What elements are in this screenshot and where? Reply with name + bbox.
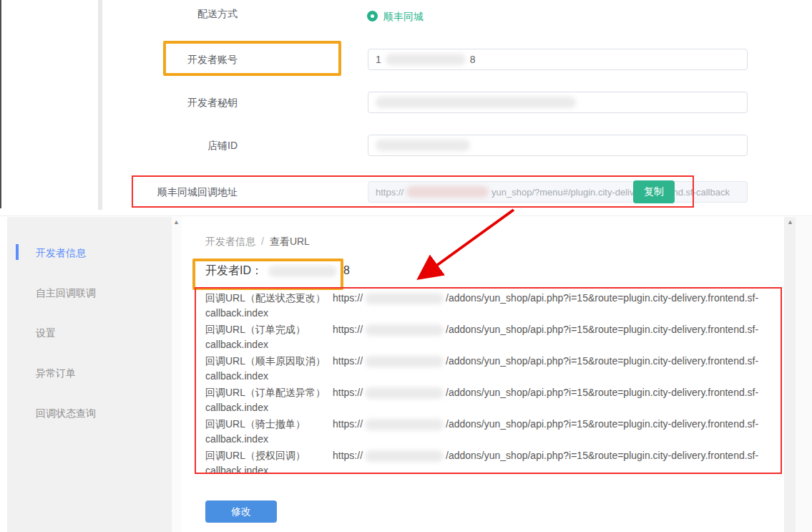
- breadcrumb-parent[interactable]: 开发者信息: [205, 236, 255, 247]
- sidebar-item-developer-info[interactable]: 开发者信息: [36, 246, 96, 260]
- breadcrumb-current: 查看URL: [270, 236, 310, 247]
- url-prefix: https://: [333, 324, 363, 335]
- callback-url-label: 回调URL（骑士撤单）: [205, 417, 333, 432]
- account-value-prefix: 1: [376, 54, 381, 65]
- delivery-method-row: 配送方式 顺丰同城: [119, 6, 663, 27]
- redacted-account-value: [386, 54, 466, 65]
- callback-address-input[interactable]: https:// yun_shop/?menu#/plugin.city-del…: [368, 181, 748, 203]
- sidebar-menu: 开发者信息 自主回调联调 设置 异常订单 回调状态查询: [36, 246, 96, 420]
- url-prefix: https://: [333, 387, 363, 398]
- vertical-divider: [98, 0, 102, 210]
- url-wrap: callback.index: [205, 432, 778, 447]
- sidebar-item-callback-status-query[interactable]: 回调状态查询: [36, 406, 96, 420]
- callback-url-label: 回调URL（订单配送异常）: [205, 385, 333, 400]
- url-wrap: callback.index: [205, 463, 778, 478]
- url-prefix: https://: [333, 355, 363, 367]
- url-middle: /addons/yun_shop/api.php?i=15&route=plug…: [446, 450, 758, 461]
- callback-url-row: 回调URL（订单完成）https:///addons/yun_shop/api.…: [205, 322, 778, 352]
- screenshot-seam: [0, 216, 812, 216]
- redacted-domain: [365, 450, 444, 462]
- shop-id-input[interactable]: [368, 135, 748, 156]
- url-wrap: callback.index: [205, 306, 778, 321]
- callback-url-row: 回调URL（骑士撤单）https:///addons/yun_shop/api.…: [205, 417, 778, 447]
- sidebar-active-indicator: [16, 244, 19, 260]
- redacted-domain: [365, 324, 444, 336]
- url-prefix: https://: [333, 418, 363, 430]
- redacted-domain: [365, 419, 444, 430]
- callback-address-row: 顺丰同城回调地址 https:// yun_shop/?menu#/plugin…: [119, 181, 685, 204]
- developer-secret-label: 开发者秘钥: [119, 92, 238, 113]
- account-value-suffix: 8: [470, 54, 476, 65]
- developer-account-label: 开发者账号: [119, 49, 238, 70]
- redacted-domain: [365, 356, 444, 367]
- breadcrumb-separator: /: [261, 236, 264, 247]
- developer-secret-input[interactable]: [368, 92, 748, 113]
- redacted-secret-value: [376, 97, 576, 108]
- sidebar-item-abnormal-orders[interactable]: 异常订单: [36, 366, 96, 380]
- callback-url-list: 回调URL（配送状态更改）https:///addons/yun_shop/ap…: [205, 291, 778, 480]
- panel-scrollbar[interactable]: [784, 217, 796, 532]
- developer-id-suffix: 8: [343, 264, 350, 276]
- breadcrumb: 开发者信息/查看URL: [205, 236, 310, 248]
- developer-account-input[interactable]: 1 8: [368, 49, 748, 70]
- redacted-domain: [365, 387, 444, 399]
- window-left-edge: [0, 0, 1, 208]
- modify-button[interactable]: 修改: [205, 500, 277, 523]
- sidebar-item-settings[interactable]: 设置: [36, 326, 96, 340]
- url-middle: /addons/yun_shop/api.php?i=15&route=plug…: [446, 387, 758, 398]
- shop-id-row: 店铺ID: [119, 135, 663, 156]
- panel-right-margin: [796, 217, 812, 532]
- url-prefix: https://: [333, 450, 363, 461]
- callback-url-row: 回调URL（授权回调）https:///addons/yun_shop/api.…: [205, 448, 778, 478]
- callback-url-row: 回调URL（订单配送异常）https:///addons/yun_shop/ap…: [205, 385, 778, 415]
- url-middle: /addons/yun_shop/api.php?i=15&route=plug…: [446, 292, 758, 304]
- shop-id-label: 店铺ID: [119, 135, 238, 156]
- redacted-domain: [365, 293, 444, 304]
- redacted-domain: [406, 186, 489, 198]
- callback-address-label: 顺丰同城回调地址: [119, 181, 238, 203]
- copy-button[interactable]: 复制: [633, 180, 675, 203]
- redacted-shop-id-value: [376, 140, 470, 151]
- callback-url-label: 回调URL（配送状态更改）: [205, 291, 333, 306]
- callback-url-prefix: https://: [376, 187, 403, 198]
- page: 配送方式 顺丰同城 开发者账号 1 8 开发者秘钥 店铺ID 顺丰同城回调地址 …: [0, 0, 812, 532]
- callback-url-label: 回调URL（订单完成）: [205, 322, 333, 337]
- redacted-developer-id: [268, 266, 337, 277]
- callback-url-label: 回调URL（授权回调）: [205, 448, 333, 463]
- url-middle: /addons/yun_shop/api.php?i=15&route=plug…: [446, 418, 758, 430]
- delivery-method-label: 配送方式: [119, 3, 238, 24]
- url-wrap: callback.index: [205, 400, 778, 415]
- url-wrap: callback.index: [205, 337, 778, 352]
- scroll-up-icon[interactable]: ▲: [173, 219, 180, 226]
- developer-id-label: 开发者ID：: [205, 264, 263, 276]
- scroll-up-icon[interactable]: ▲: [787, 219, 793, 226]
- url-prefix: https://: [333, 292, 363, 304]
- url-middle: /addons/yun_shop/api.php?i=15&route=plug…: [446, 355, 758, 367]
- sidebar-scrollbar[interactable]: [172, 217, 182, 532]
- callback-url-label: 回调URL（顺丰原因取消）: [205, 354, 333, 369]
- callback-url-path: yun_shop/?menu#/plugin.city-delivery.fro…: [491, 187, 730, 198]
- developer-account-row: 开发者账号 1 8: [119, 49, 663, 70]
- developer-secret-row: 开发者秘钥: [119, 92, 663, 113]
- radio-selected-icon[interactable]: [367, 11, 378, 21]
- callback-url-row: 回调URL（顺丰原因取消）https:///addons/yun_shop/ap…: [205, 354, 778, 384]
- url-middle: /addons/yun_shop/api.php?i=15&route=plug…: [446, 324, 758, 335]
- sidebar-item-self-callback-debug[interactable]: 自主回调联调: [36, 286, 96, 300]
- developer-id-line: 开发者ID： 8: [205, 263, 350, 279]
- delivery-method-option[interactable]: 顺丰同城: [383, 10, 424, 23]
- url-wrap: callback.index: [205, 369, 778, 384]
- callback-url-row: 回调URL（配送状态更改）https:///addons/yun_shop/ap…: [205, 291, 778, 321]
